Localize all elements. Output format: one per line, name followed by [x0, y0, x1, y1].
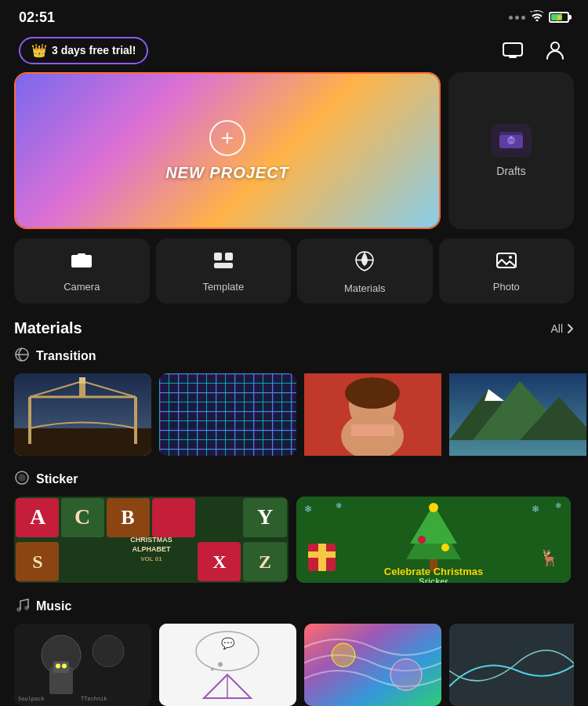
signal-icon — [509, 16, 525, 20]
svg-rect-45 — [152, 498, 195, 537]
svg-rect-97 — [449, 624, 574, 706]
svg-point-90 — [218, 662, 223, 667]
status-bar: 02:51 ⚡ — [0, 0, 588, 31]
profile-icon-button[interactable] — [541, 36, 569, 64]
svg-text:Y: Y — [257, 504, 273, 529]
sticker-thumb-1[interactable]: A C B Y S CHRISTMAS ALPHABET VOL 01 — [14, 497, 289, 583]
svg-point-91 — [211, 668, 214, 671]
svg-point-96 — [390, 659, 422, 690]
svg-point-71 — [441, 544, 449, 551]
music-title: Music — [36, 599, 71, 613]
svg-text:C: C — [74, 504, 90, 529]
svg-rect-18 — [14, 428, 151, 456]
transition-title: Transition — [36, 349, 96, 363]
status-time: 02:51 — [19, 9, 55, 26]
quick-actions: Camera Template Materials — [14, 238, 574, 304]
camera-icon — [71, 251, 93, 275]
drafts-folder-icon — [499, 127, 524, 154]
svg-point-3 — [551, 42, 559, 50]
svg-text:CHRISTMAS: CHRISTMAS — [130, 536, 172, 544]
materials-title: Materials — [14, 319, 82, 337]
transition-thumbs-row — [14, 373, 574, 456]
svg-rect-0 — [503, 43, 522, 56]
transition-thumb-1[interactable] — [14, 373, 151, 456]
svg-rect-65 — [308, 551, 336, 558]
materials-button[interactable]: Materials — [297, 238, 433, 304]
music-thumb-4[interactable] — [449, 624, 574, 706]
template-icon — [212, 251, 234, 275]
trial-badge[interactable]: 👑 3 days free trial! — [19, 37, 148, 64]
svg-text:❄: ❄ — [555, 501, 561, 510]
trial-label: 3 days free trial! — [52, 44, 136, 56]
screen-icon-button[interactable] — [499, 36, 527, 64]
svg-point-28 — [345, 377, 400, 409]
svg-text:TTechnik: TTechnik — [81, 696, 108, 702]
materials-icon — [354, 251, 376, 276]
transition-header: Transition — [14, 347, 574, 366]
drafts-card[interactable]: Drafts — [448, 72, 574, 229]
svg-text:❄: ❄ — [336, 501, 342, 510]
svg-text:Celebrate Christmas: Celebrate Christmas — [384, 566, 483, 577]
template-button[interactable]: Template — [156, 238, 292, 304]
plus-icon: + — [209, 120, 245, 156]
sticker-thumb-2[interactable]: ❄ ❄ ❄ ❄ Celebrate — [296, 497, 571, 583]
new-project-label: NEW PROJECT — [165, 164, 289, 182]
svg-point-76 — [25, 606, 28, 610]
sticker-thumbs-row: A C B Y S CHRISTMAS ALPHABET VOL 01 — [14, 497, 574, 583]
svg-rect-82 — [53, 661, 69, 673]
transition-thumb-4[interactable] — [449, 373, 574, 456]
materials-label: Materials — [344, 282, 386, 294]
svg-text:🦌: 🦌 — [539, 548, 559, 567]
svg-point-84 — [62, 664, 67, 668]
music-thumb-2[interactable]: 💬 — [159, 624, 296, 706]
photo-label: Photo — [493, 281, 520, 293]
svg-rect-46 — [198, 498, 241, 537]
svg-rect-25 — [79, 377, 85, 384]
new-project-card[interactable]: + NEW PROJECT — [14, 72, 441, 229]
crown-icon: 👑 — [31, 43, 47, 58]
music-header: Music — [14, 597, 574, 616]
top-row: + NEW PROJECT Drafts — [14, 72, 574, 229]
camera-button[interactable]: Camera — [14, 238, 150, 304]
materials-section-header: Materials All — [14, 319, 574, 337]
svg-text:VOL 01: VOL 01 — [140, 555, 162, 562]
music-icon — [14, 597, 30, 616]
music-thumb-1[interactable]: Soulpack TTechnik — [14, 624, 151, 706]
top-nav: 👑 3 days free trial! — [0, 31, 588, 72]
main-content: + NEW PROJECT Drafts — [0, 72, 588, 706]
svg-point-37 — [19, 475, 25, 481]
photo-button[interactable]: Photo — [439, 238, 575, 304]
svg-point-69 — [429, 503, 438, 512]
photo-icon — [495, 251, 517, 275]
svg-rect-7 — [508, 139, 514, 142]
new-project-content: + NEW PROJECT — [16, 74, 439, 227]
svg-text:X: X — [212, 551, 227, 572]
music-thumbs-row: Soulpack TTechnik 💬 — [14, 624, 574, 706]
svg-text:Z: Z — [259, 551, 271, 572]
svg-rect-10 — [225, 253, 233, 260]
sticker-icon — [14, 470, 30, 489]
svg-text:A: A — [30, 504, 46, 529]
sticker-title: Sticker — [36, 472, 78, 486]
transition-thumb-3[interactable] — [304, 373, 441, 456]
drafts-label: Drafts — [496, 165, 525, 177]
svg-rect-30 — [351, 424, 394, 436]
svg-rect-11 — [214, 263, 233, 268]
drafts-icon — [491, 124, 532, 157]
svg-text:❄: ❄ — [532, 504, 539, 515]
svg-rect-78 — [14, 624, 151, 706]
svg-text:💬: 💬 — [221, 637, 235, 650]
svg-point-80 — [93, 635, 124, 667]
sticker-header: Sticker — [14, 470, 574, 489]
template-label: Template — [202, 281, 244, 293]
svg-point-95 — [332, 643, 355, 667]
svg-rect-9 — [214, 253, 222, 260]
transition-thumb-2[interactable] — [159, 373, 296, 456]
transition-icon — [14, 347, 30, 366]
svg-text:Soulpack: Soulpack — [18, 696, 45, 702]
music-thumb-3[interactable] — [304, 624, 441, 706]
materials-all-button[interactable]: All — [550, 322, 574, 335]
svg-rect-94 — [304, 624, 441, 706]
svg-point-83 — [56, 664, 60, 668]
svg-text:B: B — [121, 506, 134, 529]
